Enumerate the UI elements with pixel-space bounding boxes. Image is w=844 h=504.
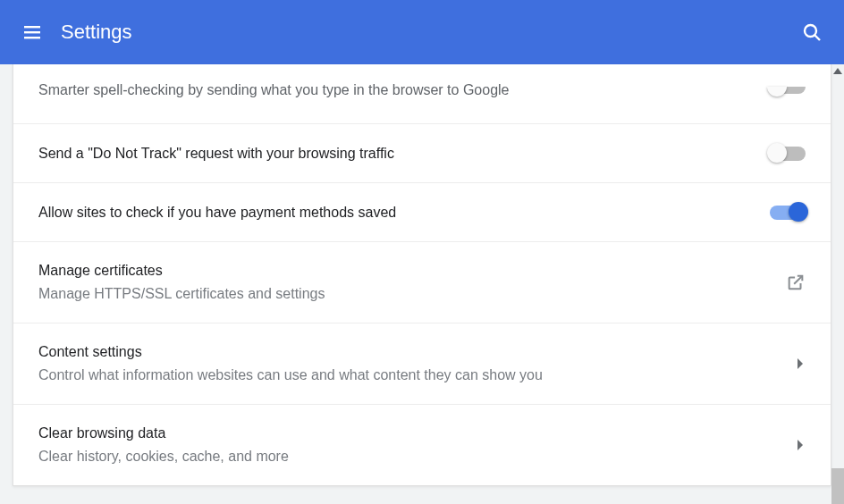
row-do-not-track: Send a "Do Not Track" request with your … — [13, 123, 831, 182]
search-button[interactable] — [801, 21, 823, 43]
row-payment-methods: Allow sites to check if you have payment… — [13, 182, 831, 241]
chevron-right-icon — [797, 439, 806, 451]
row-content-settings-subtitle: Control what information websites can us… — [38, 365, 779, 386]
row-clear-browsing-data[interactable]: Clear browsing data Clear history, cooki… — [13, 404, 831, 485]
row-clear-browsing-data-title: Clear browsing data — [38, 423, 779, 444]
row-manage-certificates-title: Manage certificates — [38, 260, 768, 281]
row-spellcheck-subtitle: Smarter spell-checking by sending what y… — [38, 80, 752, 101]
row-payment-methods-title: Allow sites to check if you have payment… — [38, 202, 752, 223]
svg-rect-0 — [24, 26, 40, 28]
row-content-settings[interactable]: Content settings Control what informatio… — [13, 323, 831, 404]
scrollbar-thumb[interactable] — [831, 468, 844, 504]
scroll-up-arrow-icon[interactable] — [833, 68, 842, 74]
chevron-right-icon — [797, 357, 806, 370]
row-do-not-track-title: Send a "Do Not Track" request with your … — [38, 143, 752, 164]
toggle-spellcheck[interactable] — [770, 87, 806, 94]
page-title: Settings — [61, 21, 132, 44]
external-link-icon — [786, 273, 806, 292]
row-manage-certificates-subtitle: Manage HTTPS/SSL certificates and settin… — [38, 283, 768, 305]
svg-point-3 — [805, 25, 816, 37]
settings-panel: Smarter spell-checking by sending what y… — [13, 64, 831, 486]
svg-line-4 — [815, 36, 821, 41]
svg-rect-2 — [24, 37, 40, 38]
row-manage-certificates[interactable]: Manage certificates Manage HTTPS/SSL cer… — [13, 241, 831, 323]
hamburger-icon — [21, 21, 43, 43]
app-header: Settings — [0, 0, 844, 64]
toggle-payment-methods[interactable] — [770, 206, 806, 220]
svg-rect-1 — [24, 31, 40, 33]
toggle-do-not-track[interactable] — [770, 147, 806, 161]
row-spellcheck: Smarter spell-checking by sending what y… — [13, 64, 831, 123]
search-icon — [801, 21, 823, 43]
menu-button[interactable] — [21, 21, 43, 43]
row-content-settings-title: Content settings — [38, 341, 779, 363]
row-clear-browsing-data-subtitle: Clear history, cookies, cache, and more — [38, 446, 779, 467]
